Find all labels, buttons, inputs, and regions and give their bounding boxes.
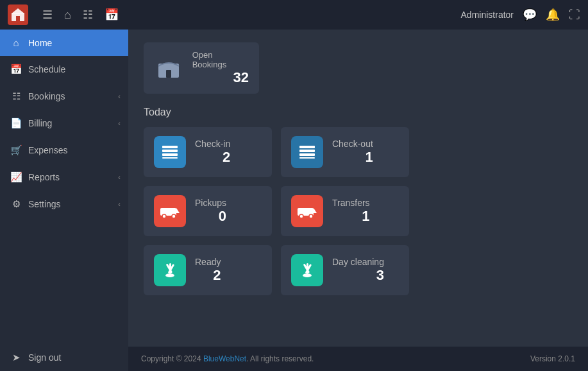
svg-rect-8 bbox=[162, 157, 178, 159]
card-pickups[interactable]: Pickups 0 bbox=[144, 186, 272, 236]
home-sidebar-icon: ⌂ bbox=[10, 37, 22, 48]
sidebar-label-bookings: Bookings bbox=[28, 91, 65, 101]
expenses-icon: 🛒 bbox=[10, 144, 22, 156]
sidebar-item-billing[interactable]: 📄 Billing ‹ bbox=[0, 110, 128, 137]
content-area: Open Bookings 32 Today bbox=[128, 30, 588, 371]
topbar-right: Administrator 💬 🔔 ⛶ bbox=[461, 8, 580, 22]
svg-point-15 bbox=[162, 214, 166, 218]
svg-rect-6 bbox=[162, 150, 178, 152]
version-label: Version 2.0.1 bbox=[530, 354, 575, 363]
svg-rect-2 bbox=[16, 16, 20, 21]
settings-chevron: ‹ bbox=[118, 200, 121, 208]
bell-icon[interactable]: 🔔 bbox=[546, 8, 560, 22]
sidebar-label-schedule: Schedule bbox=[28, 64, 65, 74]
daycleaning-count: 3 bbox=[332, 267, 384, 284]
checkin-count: 2 bbox=[195, 149, 230, 166]
svg-rect-4 bbox=[166, 70, 171, 78]
checkin-info: Check-in 2 bbox=[195, 139, 230, 166]
card-checkin[interactable]: Check-in 2 bbox=[144, 127, 272, 177]
svg-rect-11 bbox=[299, 153, 315, 156]
reports-chevron: ‹ bbox=[118, 173, 121, 181]
ready-label: Ready bbox=[195, 257, 221, 267]
transfers-label: Transfers bbox=[332, 198, 370, 208]
brand-name: BlueWebNet bbox=[203, 354, 246, 363]
card-checkout[interactable]: Check-out 1 bbox=[281, 127, 409, 177]
sidebar-label-signout: Sign out bbox=[28, 352, 61, 363]
sidebar-item-settings[interactable]: ⚙ Settings ‹ bbox=[0, 191, 128, 218]
sidebar-item-expenses[interactable]: 🛒 Expenses bbox=[0, 137, 128, 164]
signout-icon: ➤ bbox=[10, 352, 22, 363]
settings-icon: ⚙ bbox=[10, 198, 22, 210]
footer: Copyright © 2024 BlueWebNet. All rights … bbox=[128, 347, 588, 371]
svg-rect-5 bbox=[162, 146, 178, 148]
menu-icon[interactable]: ☰ bbox=[42, 8, 53, 22]
home-icon[interactable]: ⌂ bbox=[64, 8, 71, 22]
reports-icon: 📈 bbox=[10, 171, 22, 183]
open-bookings-info: Open Bookings 32 bbox=[192, 50, 249, 86]
calendar-icon[interactable]: 📅 bbox=[105, 8, 119, 22]
svg-marker-18 bbox=[314, 208, 317, 213]
billing-chevron: ‹ bbox=[118, 119, 121, 127]
open-bookings-tile[interactable]: Open Bookings 32 bbox=[144, 42, 259, 94]
svg-point-28 bbox=[303, 273, 312, 277]
open-bookings-count: 32 bbox=[192, 69, 249, 86]
sidebar-label-settings: Settings bbox=[28, 199, 61, 209]
card-daycleaning[interactable]: Day cleaning 3 bbox=[281, 245, 409, 295]
transfers-info: Transfers 1 bbox=[332, 198, 370, 225]
content-inner: Open Bookings 32 Today bbox=[128, 30, 588, 347]
today-section-title: Today bbox=[144, 107, 573, 118]
card-transfers[interactable]: Transfers 1 bbox=[281, 186, 409, 236]
sidebar-item-bookings[interactable]: ☷ Bookings ‹ bbox=[0, 83, 128, 110]
sidebar-item-signout[interactable]: ➤ Sign out bbox=[0, 344, 128, 371]
transfers-count: 1 bbox=[332, 208, 370, 225]
list-icon[interactable]: ☷ bbox=[83, 8, 93, 22]
svg-point-24 bbox=[165, 273, 174, 277]
sidebar-item-schedule[interactable]: 📅 Schedule bbox=[0, 56, 128, 83]
pickups-icon bbox=[154, 195, 186, 227]
schedule-icon: 📅 bbox=[10, 64, 22, 75]
card-ready[interactable]: Ready 2 bbox=[144, 245, 272, 295]
topbar-nav: ☰ ⌂ ☷ 📅 bbox=[42, 8, 119, 22]
daycleaning-info: Day cleaning 3 bbox=[332, 257, 384, 284]
svg-rect-9 bbox=[299, 146, 315, 148]
checkout-info: Check-out 1 bbox=[332, 139, 373, 166]
topbar: ☰ ⌂ ☷ 📅 Administrator 💬 🔔 ⛶ bbox=[0, 0, 588, 30]
copyright-text: Copyright © 2024 bbox=[141, 354, 203, 363]
pickups-label: Pickups bbox=[195, 198, 226, 208]
sidebar-label-expenses: Expenses bbox=[28, 145, 67, 155]
username-label: Administrator bbox=[461, 10, 514, 20]
ready-info: Ready 2 bbox=[195, 257, 221, 284]
sidebar-label-billing: Billing bbox=[28, 118, 52, 128]
svg-marker-1 bbox=[12, 8, 24, 13]
open-bookings-label: Open Bookings bbox=[192, 50, 249, 69]
checkin-label: Check-in bbox=[195, 139, 230, 149]
pickups-count: 0 bbox=[195, 208, 226, 225]
daycleaning-icon bbox=[291, 254, 323, 286]
sidebar-item-reports[interactable]: 📈 Reports ‹ bbox=[0, 164, 128, 191]
svg-marker-14 bbox=[176, 208, 180, 213]
transfers-icon bbox=[291, 195, 323, 227]
topbar-left: ☰ ⌂ ☷ 📅 bbox=[8, 4, 119, 25]
chat-icon[interactable]: 💬 bbox=[523, 8, 537, 22]
bookings-icon: ☷ bbox=[10, 91, 22, 102]
svg-rect-12 bbox=[299, 157, 315, 159]
fullscreen-icon[interactable]: ⛶ bbox=[569, 8, 580, 22]
ready-count: 2 bbox=[195, 267, 221, 284]
billing-icon: 📄 bbox=[10, 117, 22, 129]
svg-rect-7 bbox=[162, 153, 178, 156]
svg-point-19 bbox=[299, 214, 303, 218]
checkout-count: 1 bbox=[332, 149, 373, 166]
sidebar: ⌂ Home 📅 Schedule ☷ Bookings ‹ 📄 Billing… bbox=[0, 30, 128, 371]
sidebar-label-reports: Reports bbox=[28, 172, 60, 182]
checkin-icon bbox=[154, 136, 186, 168]
pickups-info: Pickups 0 bbox=[195, 198, 226, 225]
rights-text: . All rights reserved. bbox=[246, 354, 314, 363]
main-layout: ⌂ Home 📅 Schedule ☷ Bookings ‹ 📄 Billing… bbox=[0, 30, 588, 371]
sidebar-label-home: Home bbox=[28, 38, 52, 48]
app-logo bbox=[8, 4, 28, 25]
svg-point-16 bbox=[172, 214, 176, 218]
sidebar-item-home[interactable]: ⌂ Home bbox=[0, 30, 128, 56]
ready-icon bbox=[154, 254, 186, 286]
bookings-chevron: ‹ bbox=[118, 92, 121, 100]
checkout-icon bbox=[291, 136, 323, 168]
